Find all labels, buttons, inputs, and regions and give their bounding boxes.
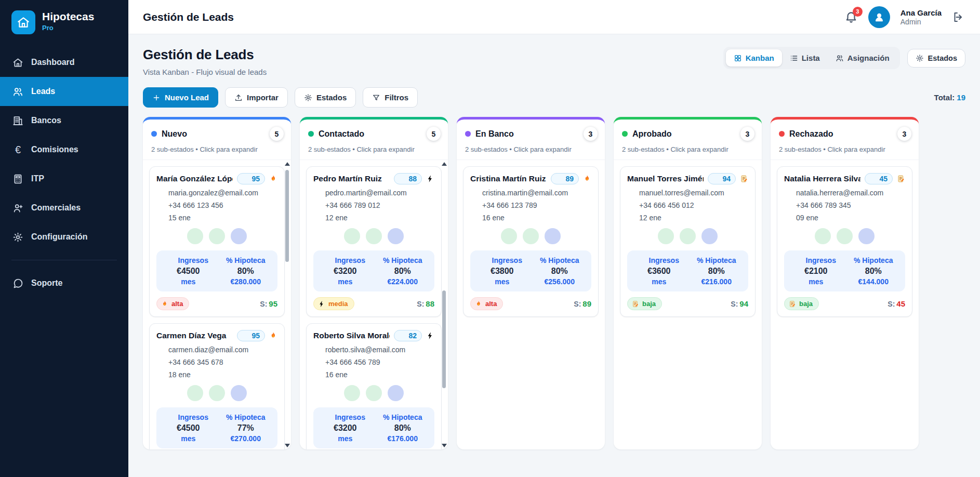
finance-summary: Ingresos €3200 mes % Hipoteca 80% €176.0… xyxy=(313,407,434,448)
column-subtitle: 2 sub-estados • Click para expandir xyxy=(143,141,291,160)
column-header[interactable]: Rechazado 3 xyxy=(771,120,919,141)
mortgage-percent: 80% xyxy=(374,423,432,433)
scrollbar-thumb[interactable] xyxy=(442,290,446,388)
tab-kanban[interactable]: Kanban xyxy=(726,49,782,67)
column-scrollbar[interactable] xyxy=(441,161,447,448)
column-scrollbar[interactable] xyxy=(284,161,290,448)
email-action-button[interactable] xyxy=(231,228,247,244)
nuevo-lead-button[interactable]: Nuevo Lead xyxy=(143,87,218,108)
trend-up-icon xyxy=(168,257,176,264)
call-action-button[interactable] xyxy=(344,385,360,401)
income-unit: mes xyxy=(630,277,688,286)
income-value: €3800 xyxy=(473,267,531,276)
mortgage-percent: 80% xyxy=(217,267,275,276)
person-icon xyxy=(873,11,885,23)
email-action-button[interactable] xyxy=(701,228,718,244)
gear-icon xyxy=(916,54,924,62)
email-action-button[interactable] xyxy=(545,228,561,244)
email-action-button[interactable] xyxy=(388,228,404,244)
call-action-button[interactable] xyxy=(187,228,203,244)
score-badge: 45 xyxy=(865,173,893,184)
scroll-up-arrow[interactable] xyxy=(285,162,290,166)
column-header[interactable]: En Banco 3 xyxy=(457,120,605,141)
lead-card[interactable]: Natalia Herrera Silva 45 natalia.herrera… xyxy=(777,166,912,317)
avatar[interactable] xyxy=(868,6,890,28)
sidebar-item-comisiones[interactable]: € Comisiones xyxy=(0,135,128,164)
lead-score-footer: S:94 xyxy=(731,299,748,308)
email-action-button[interactable] xyxy=(858,228,875,244)
call-action-button[interactable] xyxy=(501,228,517,244)
sidebar-divider xyxy=(11,260,117,260)
lead-score-footer: S:89 xyxy=(574,299,591,308)
tab-lista[interactable]: Lista xyxy=(782,49,828,67)
star-icon xyxy=(399,333,406,339)
column-header[interactable]: Contactado 5 xyxy=(300,120,448,141)
call-action-button[interactable] xyxy=(658,228,674,244)
chat-action-button[interactable] xyxy=(366,385,382,401)
estados-toggle-button[interactable]: Estados xyxy=(907,49,965,68)
chat-icon xyxy=(213,389,221,397)
upload-icon xyxy=(234,94,243,102)
scroll-up-arrow[interactable] xyxy=(442,162,447,166)
sidebar-item-bancos[interactable]: Bancos xyxy=(0,106,128,135)
lead-card[interactable]: Cristina Martín Ruiz 89 cristina.martin@… xyxy=(463,166,599,317)
brand-name: Hipotecas xyxy=(42,10,94,23)
chat-action-button[interactable] xyxy=(523,228,539,244)
chat-action-button[interactable] xyxy=(837,228,853,244)
call-action-button[interactable] xyxy=(815,228,831,244)
sidebar-item-itp[interactable]: ITP xyxy=(0,164,128,193)
sidebar-item-soporte[interactable]: Soporte xyxy=(0,269,128,298)
chat-action-button[interactable] xyxy=(209,228,225,244)
lead-card[interactable]: Pedro Martín Ruiz 88 pedro.martin@email.… xyxy=(306,166,442,317)
column-count-badge: 5 xyxy=(427,127,441,141)
chat-action-button[interactable] xyxy=(680,228,696,244)
email-action-button[interactable] xyxy=(388,385,404,401)
lead-card[interactable]: Carmen Díaz Vega 95 carmen.diaz@email.co… xyxy=(149,323,285,449)
sidebar-item-leads[interactable]: Leads xyxy=(0,77,128,106)
lead-card[interactable]: María González López 95 maria.gonzalez@e… xyxy=(149,166,285,317)
lead-card[interactable]: Roberto Silva Morales 82 roberto.silva@e… xyxy=(306,323,442,449)
income-value: €3200 xyxy=(316,267,374,276)
scroll-down-arrow[interactable] xyxy=(442,444,447,447)
lead-date-row: 16 ene xyxy=(470,214,591,222)
mail-icon xyxy=(313,346,321,354)
chat-action-button[interactable] xyxy=(209,385,225,401)
sidebar-item-configuraci-n[interactable]: Configuración xyxy=(0,222,128,251)
mail-icon xyxy=(156,346,164,354)
lead-name: Pedro Martín Ruiz xyxy=(313,174,390,183)
plus-icon xyxy=(152,94,161,102)
sidebar-item-comerciales[interactable]: Comerciales xyxy=(0,193,128,222)
mail-icon xyxy=(706,232,713,240)
mail-icon xyxy=(549,232,557,240)
calendar-icon xyxy=(313,214,321,222)
lead-phone-row: +34 666 456 012 xyxy=(627,201,748,209)
call-action-button[interactable] xyxy=(187,385,203,401)
phone-icon xyxy=(313,359,321,366)
notifications-button[interactable]: 3 xyxy=(844,10,858,24)
priority-baja-icon xyxy=(632,300,639,308)
sidebar-item-dashboard[interactable]: Dashboard xyxy=(0,48,128,77)
email-action-button[interactable] xyxy=(231,385,247,401)
scrollbar-thumb[interactable] xyxy=(285,170,289,262)
gear-icon xyxy=(304,94,312,102)
tab-asignaci-n[interactable]: Asignación xyxy=(828,49,897,67)
chat-action-button[interactable] xyxy=(366,228,382,244)
column-header[interactable]: Aprobado 3 xyxy=(614,120,762,141)
priority-badge: baja xyxy=(627,297,662,310)
lead-name: Natalia Herrera Silva xyxy=(784,174,860,183)
lead-score-footer: S:45 xyxy=(888,299,905,308)
total-label: Total: xyxy=(934,93,955,102)
scroll-down-arrow[interactable] xyxy=(285,444,290,447)
calendar-icon xyxy=(470,214,478,222)
phone-icon xyxy=(662,232,670,240)
filtros-button[interactable]: Filtros xyxy=(363,87,418,108)
phone-icon xyxy=(348,389,356,397)
kanban-column-en-banco: En Banco 3 2 sub-estados • Click para ex… xyxy=(457,117,605,449)
call-action-button[interactable] xyxy=(344,228,360,244)
logout-icon[interactable] xyxy=(952,11,964,23)
column-header[interactable]: Nuevo 5 xyxy=(143,120,291,141)
chevron-right-icon xyxy=(369,130,376,137)
lead-card[interactable]: Manuel Torres Jiménez 94 manuel.torres@e… xyxy=(620,166,756,317)
estados-button[interactable]: Estados xyxy=(295,87,356,108)
importar-button[interactable]: Importar xyxy=(225,87,288,108)
